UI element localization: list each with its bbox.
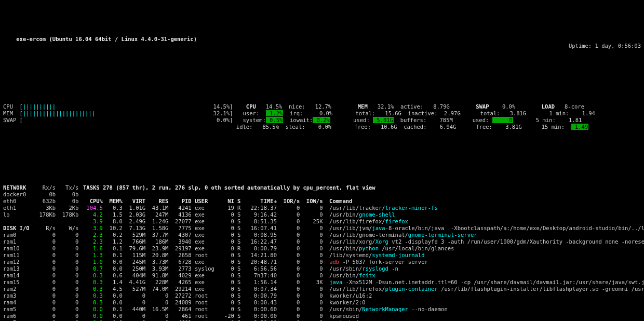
- terminal-screen: exe-ercom (Ubuntu 16.04 64bit / Linux 4.…: [0, 0, 644, 321]
- hostname: exe-ercom (Ubuntu 16.04 64bit / Linux 4.…: [16, 36, 197, 42]
- process-row[interactable]: 104.5 0.3 1.01G 43.1M 4241 exe 19 R 22:1…: [83, 205, 644, 211]
- process-row[interactable]: 1.6 0.1 79.6M 23.9M 29197 exe 0 R 0:00.7…: [83, 245, 644, 252]
- process-row[interactable]: 4.2 1.5 2.03G 247M 4136 exe 0 S 9:16.42 …: [83, 211, 644, 218]
- process-row[interactable]: 0.3 1.4 4.41G 228M 4265 exe 0 S 1:56.14 …: [83, 279, 644, 286]
- process-row[interactable]: 0.3 0.6 404M 91.8M 4029 exe 0 S 7h37:40 …: [83, 272, 644, 279]
- tasks-summary: TASKS 278 (857 thr), 2 run, 276 slp, 0 o…: [83, 184, 644, 191]
- sidebar: NETWORK Rx/s Tx/sdocker0 0b 0beth0 632b …: [3, 184, 76, 321]
- task-list[interactable]: TASKS 278 (857 thr), 2 run, 276 slp, 0 o…: [83, 184, 644, 321]
- process-row[interactable]: 3.9 8.0 2.49G 1.24G 27077 exe 0 S 8:51.3…: [83, 218, 644, 225]
- process-row[interactable]: 0.0 0.1 440M 16.5M 2864 root 0 S 0:00.60…: [83, 306, 644, 313]
- process-row[interactable]: 1.0 0.0 245M 3.73M 6728 exe 0 S 20:48.71…: [83, 259, 644, 265]
- summary-panel: CPU [|||||||||| 14.5%] CPU 14.5% nice: 1…: [3, 103, 641, 130]
- process-row[interactable]: 1.3 0.1 115M 20.8M 2658 root 0 S 14:21.8…: [83, 252, 644, 259]
- process-row[interactable]: 0.3 0.0 0 0 24089 root 0 S 0:00.43 0 0 k…: [83, 299, 644, 306]
- process-row[interactable]: 0.7 0.0 250M 3.93M 2773 syslog 0 S 6:56.…: [83, 265, 644, 272]
- process-row[interactable]: 0.0 0.0 0 0 461 root -20 S 0:00.00 0 0 k…: [83, 313, 644, 319]
- uptime: Uptime: 1 day, 0:56:03: [569, 43, 641, 49]
- process-row[interactable]: 2.3 0.2 529M 37.7M 4307 exe 0 S 0:08.95 …: [83, 232, 644, 238]
- process-row[interactable]: 0.3 4.5 527M 74.0M 29214 exe 0 S 0:07.34…: [83, 286, 644, 292]
- process-row[interactable]: 0.3 0.0 0 0 27272 root 0 S 0:00.79 0 0 k…: [83, 292, 644, 299]
- process-row[interactable]: 3.9 10.2 7.13G 1.58G 7775 exe 0 S 16:07.…: [83, 225, 644, 232]
- process-row[interactable]: 2.3 1.2 766M 186M 3940 exe 0 S 16:22.47 …: [83, 238, 644, 245]
